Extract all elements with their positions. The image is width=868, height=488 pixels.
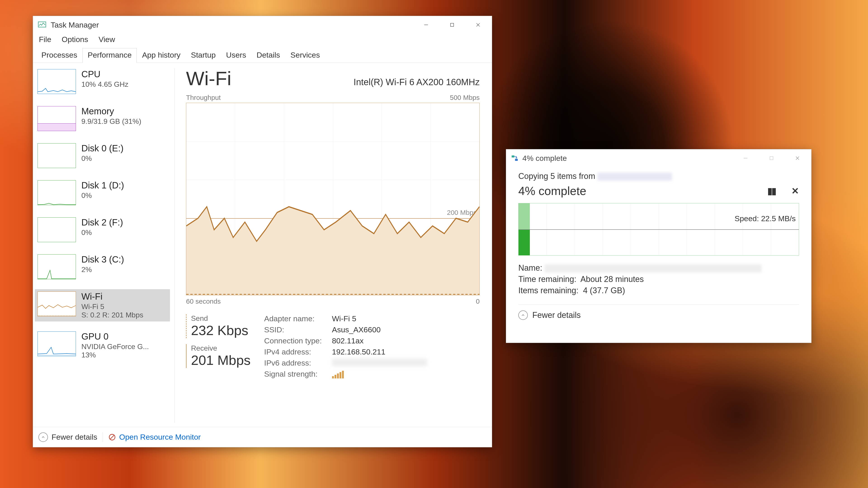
signal-strength-icon: [332, 369, 344, 379]
task-manager-footer: Fewer details Open Resource Monitor: [33, 427, 492, 447]
maximize-button[interactable]: [439, 16, 465, 34]
tab-bar: Processes Performance App history Startu…: [33, 48, 492, 63]
svg-rect-2: [451, 23, 454, 26]
sidebar-sub: 0%: [81, 191, 124, 200]
k-connection-type: Connection type:: [264, 336, 332, 345]
sidebar-sub: 0%: [81, 228, 123, 237]
sidebar-sub2: S: 0.2 R: 201 Mbps: [81, 311, 143, 319]
sidebar-label: Memory: [81, 106, 141, 116]
copy-name-redacted: [545, 264, 762, 272]
svg-rect-9: [512, 156, 515, 158]
pause-button[interactable]: ▮▮: [767, 186, 776, 196]
detail-heading: Wi-Fi: [186, 67, 231, 90]
receive-value: 201 Mbps: [191, 352, 251, 368]
sidebar-label: Wi-Fi: [81, 291, 143, 302]
items-key: Items remaining:: [518, 286, 579, 295]
titlebar[interactable]: 4% complete: [506, 149, 811, 167]
receive-label: Receive: [191, 344, 251, 352]
chart-label-max: 500 Mbps: [450, 94, 480, 101]
window-title: Task Manager: [51, 21, 99, 29]
titlebar[interactable]: Task Manager: [33, 16, 492, 34]
v-connection-type: 802.11ax: [332, 336, 364, 345]
svg-marker-11: [515, 158, 518, 159]
sidebar-item-gpu[interactable]: GPU 0 NVIDIA GeForce G... 13%: [35, 329, 170, 361]
task-manager-icon: [37, 20, 46, 29]
copy-speed: Speed: 22.5 MB/s: [735, 214, 796, 223]
sidebar-item-disk0[interactable]: Disk 0 (E:) 0%: [35, 141, 170, 170]
fewer-details-button[interactable]: Fewer details: [532, 311, 581, 320]
chevron-up-icon: [38, 432, 48, 442]
resource-monitor-icon: [108, 433, 116, 441]
sidebar-item-disk1[interactable]: Disk 1 (D:) 0%: [35, 178, 170, 207]
svg-line-8: [110, 435, 114, 439]
file-transfer-icon: [510, 154, 519, 162]
svg-rect-10: [515, 159, 518, 161]
tab-startup[interactable]: Startup: [186, 48, 221, 63]
v-adapter-name: Wi-Fi 5: [332, 314, 356, 323]
k-ssid: SSID:: [264, 325, 332, 334]
sidebar-sub: Wi-Fi 5: [81, 302, 143, 311]
disk-thumbnail: [37, 254, 76, 279]
open-resource-monitor-link[interactable]: Open Resource Monitor: [108, 433, 201, 442]
window-title: 4% complete: [522, 154, 567, 163]
task-manager-window: Task Manager File Options View Processes…: [33, 16, 492, 447]
menu-view[interactable]: View: [98, 34, 116, 45]
tab-users[interactable]: Users: [221, 48, 251, 63]
sidebar-label: Disk 2 (F:): [81, 217, 123, 228]
copy-name-row: Name:: [518, 263, 799, 273]
sidebar-sub2: 13%: [81, 351, 149, 359]
svg-rect-13: [770, 157, 773, 160]
gpu-thumbnail: [37, 331, 76, 356]
sidebar-sub: 9.9/31.9 GB (31%): [81, 117, 141, 126]
memory-thumbnail: [37, 106, 76, 131]
close-button[interactable]: [784, 149, 810, 167]
k-signal: Signal strength:: [264, 369, 332, 379]
menu-options[interactable]: Options: [61, 34, 89, 45]
tab-processes[interactable]: Processes: [36, 48, 83, 63]
copy-progress-chart: Speed: 22.5 MB/s: [518, 203, 799, 256]
sidebar-item-memory[interactable]: Memory 9.9/31.9 GB (31%): [35, 104, 170, 133]
send-value: 232 Kbps: [191, 323, 251, 338]
sidebar-sub: NVIDIA GeForce G...: [81, 343, 149, 351]
fewer-details-label: Fewer details: [52, 433, 97, 442]
close-button[interactable]: [465, 16, 491, 34]
open-resource-monitor-label: Open Resource Monitor: [119, 433, 201, 442]
sidebar-label: Disk 3 (C:): [81, 254, 124, 265]
copy-items-row: Items remaining: 4 (37.7 GB): [518, 286, 799, 295]
minimize-button[interactable]: [733, 149, 758, 167]
sidebar-item-disk2[interactable]: Disk 2 (F:) 0%: [35, 215, 170, 245]
copy-dialog-footer: Fewer details: [518, 304, 799, 326]
tab-services[interactable]: Services: [285, 48, 325, 63]
adapter-model: Intel(R) Wi-Fi 6 AX200 160MHz: [353, 77, 480, 87]
chart-label-throughput: Throughput: [186, 94, 221, 101]
performance-sidebar: CPU 10% 4.65 GHz Memory 9.9/31.9 GB (31%…: [33, 63, 172, 428]
cancel-button[interactable]: ✕: [792, 186, 799, 196]
sidebar-sub: 10% 4.65 GHz: [81, 80, 128, 89]
cpu-thumbnail: [37, 69, 76, 94]
chart-x-left: 60 seconds: [186, 297, 221, 305]
fewer-details-button[interactable]: Fewer details: [38, 432, 97, 442]
minimize-button[interactable]: [413, 16, 439, 34]
copying-prefix: Copying 5 items from: [518, 171, 597, 181]
sidebar-item-wifi[interactable]: Wi-Fi Wi-Fi 5 S: 0.2 R: 201 Mbps: [35, 289, 170, 322]
file-copy-dialog: 4% complete Copying 5 items from 4% comp…: [506, 149, 811, 343]
chevron-up-icon: [518, 311, 528, 320]
sidebar-label: GPU 0: [81, 331, 149, 341]
copying-line: Copying 5 items from: [518, 171, 799, 181]
v-ipv6: [332, 359, 427, 366]
sidebar-item-cpu[interactable]: CPU 10% 4.65 GHz: [35, 67, 170, 96]
maximize-button[interactable]: [758, 149, 784, 167]
tab-details[interactable]: Details: [251, 48, 285, 63]
name-key: Name:: [518, 263, 542, 272]
sidebar-item-disk3[interactable]: Disk 3 (C:) 2%: [35, 252, 170, 282]
v-ssid: Asus_AX6600: [332, 325, 381, 334]
tab-app-history[interactable]: App history: [137, 48, 186, 63]
tab-performance[interactable]: Performance: [83, 48, 137, 63]
copy-source-redacted: [597, 173, 672, 181]
items-value: 4 (37.7 GB): [583, 286, 625, 295]
menu-file[interactable]: File: [38, 34, 52, 45]
chart-x-right: 0: [476, 297, 480, 305]
disk-thumbnail: [37, 143, 76, 168]
wifi-thumbnail: [37, 291, 76, 316]
sidebar-label: CPU: [81, 69, 128, 79]
